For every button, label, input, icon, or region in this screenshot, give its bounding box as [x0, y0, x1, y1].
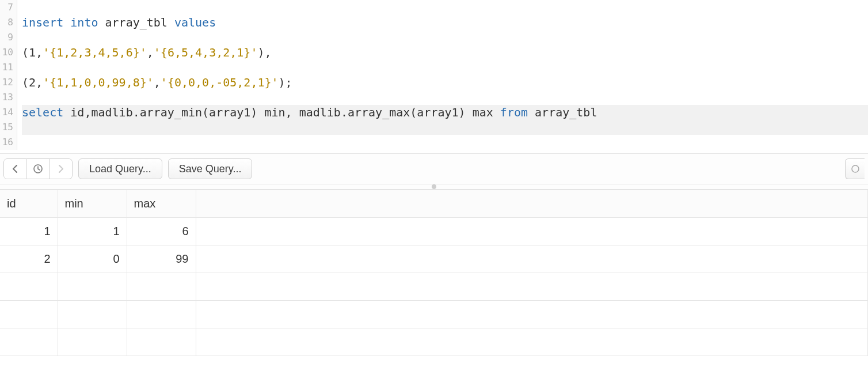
- query-toolbar: Load Query... Save Query...: [0, 153, 868, 184]
- cell-empty: [58, 273, 127, 301]
- code-line[interactable]: (2,'{1,1,0,0,99,8}','{0,0,0,-05,2,1}');: [22, 75, 868, 90]
- cell-empty: [196, 301, 868, 328]
- history-list-button[interactable]: [26, 158, 50, 179]
- line-number: 9: [0, 30, 13, 45]
- table-row-empty: [0, 273, 868, 301]
- line-number: 8: [0, 15, 13, 30]
- line-number: 15: [0, 120, 13, 135]
- history-forward-button[interactable]: [50, 158, 73, 179]
- code-token: id,madlib.array_min(array1) min, madlib.…: [70, 105, 500, 119]
- cell-empty: [196, 273, 868, 301]
- toolbar-right-button[interactable]: [845, 158, 865, 179]
- cell-id[interactable]: 1: [0, 218, 58, 245]
- cell-min[interactable]: 1: [58, 218, 127, 245]
- code-area[interactable]: insert into array_tbl values (1,'{1,2,3,…: [17, 0, 868, 150]
- splitter-handle[interactable]: [0, 184, 868, 190]
- results-header-row: id min max: [0, 190, 868, 218]
- code-line[interactable]: (1,'{1,2,3,4,5,6}','{6,5,4,3,2,1}'),: [22, 45, 868, 60]
- code-line[interactable]: [22, 0, 868, 15]
- cell-empty: [127, 301, 196, 328]
- cell-empty: [196, 218, 868, 245]
- code-token: (: [22, 46, 29, 59]
- line-number-gutter: 78910111213141516: [0, 0, 17, 150]
- cell-empty: [0, 273, 58, 301]
- line-number: 12: [0, 75, 13, 90]
- code-token: insert: [22, 16, 70, 29]
- cell-empty: [0, 328, 58, 356]
- results-table[interactable]: id min max 1162099: [0, 190, 868, 356]
- code-token: array_tbl: [105, 16, 174, 29]
- history-back-button[interactable]: [3, 158, 26, 179]
- save-query-button[interactable]: Save Query...: [168, 158, 253, 179]
- cell-empty: [127, 273, 196, 301]
- code-token: values: [174, 16, 216, 29]
- table-row-empty: [0, 328, 868, 356]
- chevron-left-icon: [12, 165, 18, 173]
- code-token: ,: [36, 75, 43, 89]
- load-query-label: Load Query...: [89, 163, 151, 175]
- history-nav: [3, 158, 73, 179]
- code-token: 1: [29, 46, 36, 59]
- line-number: 14: [0, 105, 13, 120]
- table-row[interactable]: 116: [0, 218, 868, 245]
- cell-max[interactable]: 99: [127, 245, 196, 273]
- code-token: '{6,5,4,3,2,1}': [154, 46, 258, 59]
- svg-point-1: [852, 165, 859, 172]
- results-header-min[interactable]: min: [58, 190, 127, 218]
- chevron-right-icon: [58, 165, 64, 173]
- line-number: 16: [0, 135, 13, 150]
- save-query-label: Save Query...: [179, 163, 242, 175]
- code-line[interactable]: [22, 30, 868, 45]
- code-token: into: [70, 16, 105, 29]
- code-line[interactable]: [22, 135, 868, 150]
- drag-dot-icon: [432, 184, 436, 189]
- table-row[interactable]: 2099: [0, 245, 868, 273]
- sql-editor[interactable]: 78910111213141516 insert into array_tbl …: [0, 0, 868, 150]
- code-token: ,: [154, 75, 161, 89]
- code-token: '{1,2,3,4,5,6}': [43, 46, 147, 59]
- table-row-empty: [0, 301, 868, 328]
- results-header-id[interactable]: id: [0, 190, 58, 218]
- code-line[interactable]: insert into array_tbl values: [22, 15, 868, 30]
- load-query-button[interactable]: Load Query...: [78, 158, 162, 179]
- line-number: 13: [0, 90, 13, 105]
- code-token: ,: [147, 46, 154, 59]
- line-number: 7: [0, 0, 13, 15]
- code-token: );: [279, 75, 292, 89]
- clock-icon: [33, 164, 43, 174]
- cell-id[interactable]: 2: [0, 245, 58, 273]
- circle-icon: [851, 164, 860, 173]
- code-token: 2: [29, 75, 36, 89]
- code-token: ),: [257, 46, 271, 59]
- code-token: from: [500, 105, 535, 119]
- code-line[interactable]: [22, 60, 868, 75]
- results-header-empty: [196, 190, 868, 218]
- code-token: array_tbl: [535, 105, 597, 119]
- results-header-max[interactable]: max: [127, 190, 196, 218]
- cell-max[interactable]: 6: [127, 218, 196, 245]
- cell-empty: [196, 245, 868, 273]
- code-line[interactable]: [22, 90, 868, 105]
- code-token: select: [22, 105, 70, 119]
- cell-empty: [127, 328, 196, 356]
- code-token: '{0,0,0,-05,2,1}': [161, 75, 279, 89]
- cell-empty: [58, 328, 127, 356]
- cell-empty: [196, 328, 868, 356]
- line-number: 10: [0, 45, 13, 60]
- cell-empty: [58, 301, 127, 328]
- code-line[interactable]: select id,madlib.array_min(array1) min, …: [22, 105, 868, 120]
- cell-min[interactable]: 0: [58, 245, 127, 273]
- code-token: (: [22, 75, 29, 89]
- cell-empty: [0, 301, 58, 328]
- code-token: ,: [36, 46, 43, 59]
- code-token: '{1,1,0,0,99,8}': [43, 75, 154, 89]
- code-line[interactable]: [22, 120, 868, 135]
- line-number: 11: [0, 60, 13, 75]
